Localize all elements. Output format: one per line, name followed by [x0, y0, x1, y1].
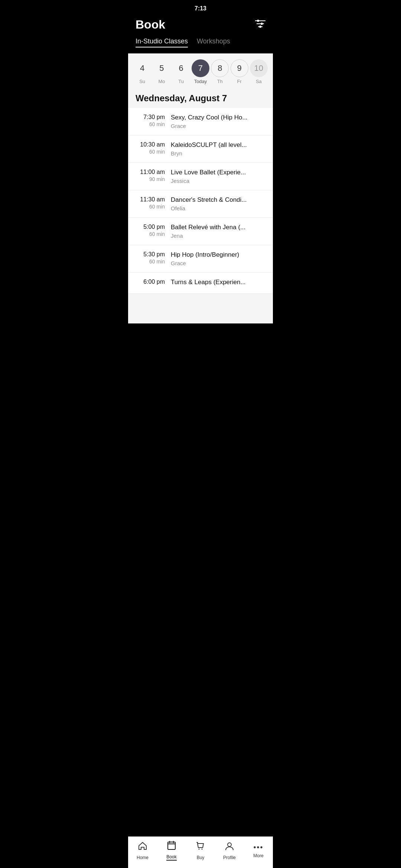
page-title: Book [136, 18, 165, 32]
date-item-8[interactable]: 8 Th [211, 59, 229, 84]
class-info-5: Hip Hop (Intro/Beginner) Grace [171, 251, 265, 266]
main-content: 4 Su 5 Mo 6 Tu 7 Today 8 Th 9 Fr 10 Sa W… [128, 53, 273, 323]
date-label-today: Today [194, 79, 207, 84]
date-circle-4: 4 [133, 59, 151, 77]
filter-icon[interactable] [255, 20, 265, 30]
date-item-4[interactable]: 4 Su [133, 59, 151, 84]
date-label-4: Su [139, 79, 145, 84]
class-time-0: 7:30 pm 60 min [136, 114, 171, 127]
class-time-6: 6:00 pm [136, 279, 171, 286]
date-label-6: Tu [178, 79, 184, 84]
date-item-10[interactable]: 10 Sa [250, 59, 268, 84]
date-circle-8: 8 [211, 59, 229, 77]
class-item-3[interactable]: 11:30 am 60 min Dancer's Stretch & Condi… [128, 190, 273, 218]
class-time-3: 11:30 am 60 min [136, 196, 171, 210]
svg-point-4 [261, 23, 263, 25]
class-info-6: Turns & Leaps (Experien... [171, 279, 265, 287]
svg-point-3 [257, 20, 259, 22]
class-item-5[interactable]: 5:30 pm 60 min Hip Hop (Intro/Beginner) … [128, 245, 273, 273]
class-time-4: 5:00 pm 60 min [136, 224, 171, 237]
date-item-7[interactable]: 7 Today [192, 59, 209, 84]
date-circle-5: 5 [153, 59, 170, 77]
class-item-6[interactable]: 6:00 pm Turns & Leaps (Experien... [128, 273, 273, 294]
class-item-1[interactable]: 10:30 am 60 min KaleidoSCULPT (all level… [128, 135, 273, 163]
tab-in-studio-classes[interactable]: In-Studio Classes [136, 37, 188, 47]
section-date-title: Wednesday, August 7 [128, 87, 273, 108]
class-info-0: Sexy, Crazy Cool (Hip Ho... Grace [171, 114, 265, 129]
class-item-2[interactable]: 11:00 am 90 min Live Love Ballet (Experi… [128, 163, 273, 190]
class-item-0[interactable]: 7:30 pm 60 min Sexy, Crazy Cool (Hip Ho.… [128, 108, 273, 135]
class-info-4: Ballet Relevé with Jena (... Jena [171, 224, 265, 239]
date-picker: 4 Su 5 Mo 6 Tu 7 Today 8 Th 9 Fr 10 Sa [128, 53, 273, 87]
tabs-container: In-Studio Classes Workshops [128, 37, 273, 53]
date-label-5: Mo [158, 79, 165, 84]
status-time: 7:13 [195, 5, 206, 12]
date-label-9: Fr [237, 79, 241, 84]
status-bar: 7:13 [128, 0, 273, 15]
date-circle-7-selected: 7 [192, 59, 209, 77]
date-item-6[interactable]: 6 Tu [172, 59, 190, 84]
tab-workshops[interactable]: Workshops [197, 37, 230, 47]
class-time-1: 10:30 am 60 min [136, 141, 171, 155]
date-item-9[interactable]: 9 Fr [231, 59, 248, 84]
svg-point-5 [259, 26, 261, 28]
date-circle-6: 6 [172, 59, 190, 77]
class-info-3: Dancer's Stretch & Condi... Ofelia [171, 196, 265, 211]
date-circle-9: 9 [231, 59, 248, 77]
date-circle-10: 10 [250, 59, 268, 77]
date-label-8: Th [217, 79, 223, 84]
class-item-4[interactable]: 5:00 pm 60 min Ballet Relevé with Jena (… [128, 218, 273, 245]
class-time-2: 11:00 am 90 min [136, 169, 171, 182]
date-label-10: Sa [256, 79, 262, 84]
class-info-2: Live Love Ballet (Experie... Jessica [171, 169, 265, 184]
class-info-1: KaleidoSCULPT (all level... Bryn [171, 141, 265, 157]
header: Book [128, 15, 273, 37]
class-list: 7:30 pm 60 min Sexy, Crazy Cool (Hip Ho.… [128, 108, 273, 294]
class-time-5: 5:30 pm 60 min [136, 251, 171, 264]
date-item-5[interactable]: 5 Mo [153, 59, 170, 84]
